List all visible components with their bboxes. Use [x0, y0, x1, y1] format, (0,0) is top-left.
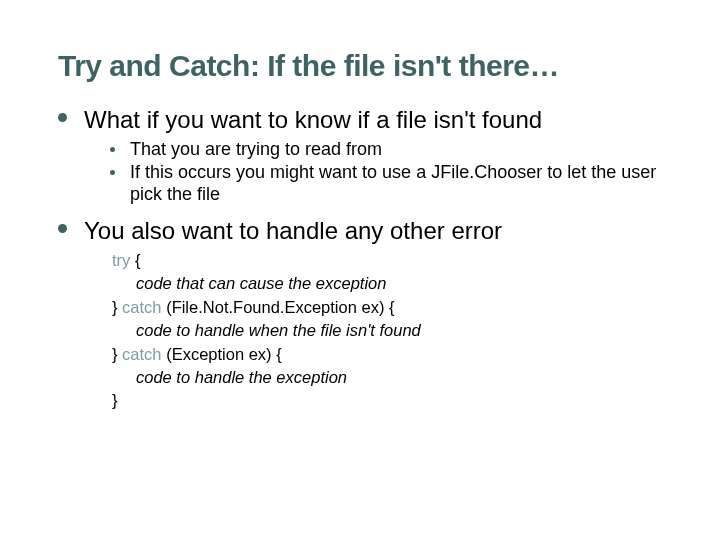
- bullet-icon: [58, 224, 67, 233]
- code-block: try { code that can cause the exception …: [112, 249, 662, 413]
- bullet-icon: [110, 170, 115, 175]
- keyword-try: try: [112, 251, 130, 269]
- sub-bullet-text: If this occurs you might want to use a J…: [130, 162, 656, 205]
- slide-title: Try and Catch: If the file isn't there…: [58, 48, 662, 83]
- sub-bullet-item: That you are trying to read from: [110, 138, 662, 161]
- keyword-catch: catch: [122, 345, 161, 363]
- code-line: } catch (File.Not.Found.Exception ex) {: [112, 296, 662, 319]
- code-line: }: [112, 389, 662, 412]
- sub-bullet-text: That you are trying to read from: [130, 139, 382, 159]
- code-line: code to handle the exception: [112, 366, 662, 389]
- sub-bullet-item: If this occurs you might want to use a J…: [110, 161, 662, 206]
- bullet-list: What if you want to know if a file isn't…: [58, 105, 662, 412]
- code-line: code that can cause the exception: [112, 272, 662, 295]
- code-line: } catch (Exception ex) {: [112, 343, 662, 366]
- code-line: code to handle when the file isn't found: [112, 319, 662, 342]
- bullet-item: You also want to handle any other error …: [58, 216, 662, 413]
- slide: Try and Catch: If the file isn't there… …: [0, 0, 720, 540]
- sub-bullet-list: That you are trying to read from If this…: [84, 138, 662, 206]
- code-text: {: [130, 251, 140, 269]
- bullet-item: What if you want to know if a file isn't…: [58, 105, 662, 206]
- bullet-icon: [110, 147, 115, 152]
- bullet-text: What if you want to know if a file isn't…: [84, 106, 542, 133]
- bullet-text: You also want to handle any other error: [84, 217, 502, 244]
- code-text: (File.Not.Found.Exception ex) {: [162, 298, 395, 316]
- code-text: }: [112, 345, 122, 363]
- bullet-icon: [58, 113, 67, 122]
- code-line: try {: [112, 249, 662, 272]
- code-text: (Exception ex) {: [162, 345, 282, 363]
- code-text: }: [112, 298, 122, 316]
- keyword-catch: catch: [122, 298, 161, 316]
